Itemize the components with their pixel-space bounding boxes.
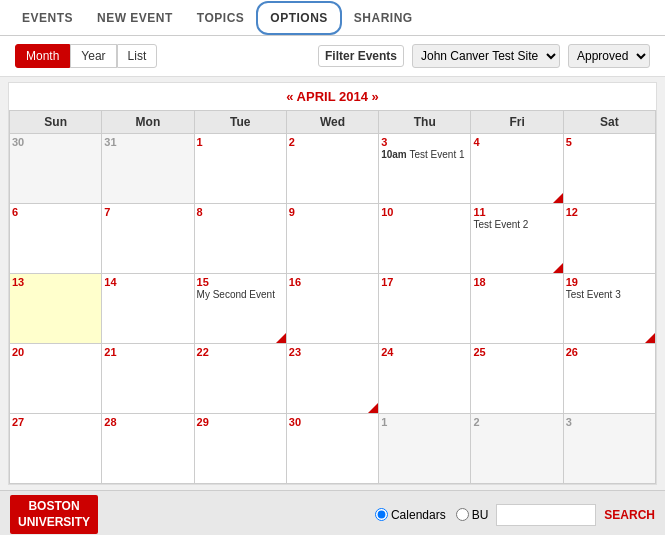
calendar-week-row: 131415My Second Event16171819Test Event … bbox=[10, 274, 656, 344]
calendar-day-cell[interactable]: 25 bbox=[471, 344, 563, 414]
calendar-header: « APRIL 2014 » bbox=[9, 83, 656, 110]
view-list-button[interactable]: List bbox=[117, 44, 158, 68]
calendar-day-cell[interactable]: 8 bbox=[194, 204, 286, 274]
event-item[interactable]: Test Event 2 bbox=[473, 218, 560, 231]
calendar-day-cell[interactable]: 310am Test Event 1 bbox=[379, 134, 471, 204]
nav-events[interactable]: EVENTS bbox=[10, 3, 85, 33]
radio-bu[interactable]: BU bbox=[456, 508, 489, 522]
calendar-day-cell[interactable]: 6 bbox=[10, 204, 102, 274]
day-number: 27 bbox=[12, 416, 99, 428]
day-number: 6 bbox=[12, 206, 99, 218]
calendar-day-cell[interactable]: 22 bbox=[194, 344, 286, 414]
day-number: 29 bbox=[197, 416, 284, 428]
radio-calendars-label: Calendars bbox=[391, 508, 446, 522]
calendar-day-cell[interactable]: 9 bbox=[286, 204, 378, 274]
calendar-day-cell[interactable]: 29 bbox=[194, 414, 286, 484]
day-number: 1 bbox=[381, 416, 468, 428]
day-number: 22 bbox=[197, 346, 284, 358]
calendar-week-row: 27282930123 bbox=[10, 414, 656, 484]
footer-search: Calendars BU SEARCH bbox=[375, 504, 655, 526]
day-number: 4 bbox=[473, 136, 560, 148]
view-month-button[interactable]: Month bbox=[15, 44, 70, 68]
radio-bu-input[interactable] bbox=[456, 508, 469, 521]
calendar-day-cell[interactable]: 16 bbox=[286, 274, 378, 344]
event-item[interactable]: Test Event 3 bbox=[566, 288, 653, 301]
calendar-day-cell[interactable]: 1 bbox=[379, 414, 471, 484]
day-number: 20 bbox=[12, 346, 99, 358]
calendar-day-cell[interactable]: 7 bbox=[102, 204, 194, 274]
day-number: 21 bbox=[104, 346, 191, 358]
event-item[interactable]: My Second Event bbox=[197, 288, 284, 301]
calendar-day-cell[interactable]: 26 bbox=[563, 344, 655, 414]
site-select[interactable]: John Canver Test Site bbox=[412, 44, 560, 68]
day-number: 23 bbox=[289, 346, 376, 358]
calendar-day-cell[interactable]: 18 bbox=[471, 274, 563, 344]
nav-options[interactable]: OPTIONS bbox=[256, 1, 342, 35]
calendar-day-cell[interactable]: 23 bbox=[286, 344, 378, 414]
day-number: 13 bbox=[12, 276, 99, 288]
calendar-day-cell[interactable]: 2 bbox=[286, 134, 378, 204]
day-number: 1 bbox=[197, 136, 284, 148]
calendar-day-cell[interactable]: 17 bbox=[379, 274, 471, 344]
next-month-arrow[interactable]: » bbox=[372, 89, 379, 104]
calendar-day-cell[interactable]: 19Test Event 3 bbox=[563, 274, 655, 344]
calendar-day-cell[interactable]: 3 bbox=[563, 414, 655, 484]
weekday-mon: Mon bbox=[102, 111, 194, 134]
day-number: 16 bbox=[289, 276, 376, 288]
calendar-container: « APRIL 2014 » Sun Mon Tue Wed Thu Fri S… bbox=[8, 82, 657, 485]
day-number: 24 bbox=[381, 346, 468, 358]
calendar-day-cell[interactable]: 24 bbox=[379, 344, 471, 414]
calendar-day-cell[interactable]: 27 bbox=[10, 414, 102, 484]
day-number: 3 bbox=[566, 416, 653, 428]
weekday-sat: Sat bbox=[563, 111, 655, 134]
calendar-grid: Sun Mon Tue Wed Thu Fri Sat 303112310am … bbox=[9, 110, 656, 484]
more-events-indicator bbox=[645, 333, 655, 343]
nav-topics[interactable]: TOPICS bbox=[185, 3, 256, 33]
day-number: 10 bbox=[381, 206, 468, 218]
calendar-day-cell[interactable]: 28 bbox=[102, 414, 194, 484]
weekday-tue: Tue bbox=[194, 111, 286, 134]
day-number: 26 bbox=[566, 346, 653, 358]
day-number: 2 bbox=[473, 416, 560, 428]
search-button[interactable]: SEARCH bbox=[604, 508, 655, 522]
prev-month-arrow[interactable]: « bbox=[286, 89, 293, 104]
radio-bu-label: BU bbox=[472, 508, 489, 522]
calendar-day-cell[interactable]: 20 bbox=[10, 344, 102, 414]
calendar-day-cell[interactable]: 15My Second Event bbox=[194, 274, 286, 344]
calendar-day-cell[interactable]: 30 bbox=[10, 134, 102, 204]
day-number: 8 bbox=[197, 206, 284, 218]
nav-sharing[interactable]: SHARING bbox=[342, 3, 425, 33]
day-number: 30 bbox=[12, 136, 99, 148]
radio-calendars-input[interactable] bbox=[375, 508, 388, 521]
calendar-day-cell[interactable]: 2 bbox=[471, 414, 563, 484]
day-number: 3 bbox=[381, 136, 468, 148]
radio-group: Calendars BU bbox=[375, 508, 488, 522]
calendar-day-cell[interactable]: 14 bbox=[102, 274, 194, 344]
search-input[interactable] bbox=[496, 504, 596, 526]
calendar-day-cell[interactable]: 21 bbox=[102, 344, 194, 414]
day-number: 7 bbox=[104, 206, 191, 218]
calendar-day-cell[interactable]: 1 bbox=[194, 134, 286, 204]
bu-logo-line2: UNIVERSITY bbox=[18, 515, 90, 531]
view-buttons: Month Year List bbox=[15, 44, 157, 68]
filter-area: Month Year List Filter Events John Canve… bbox=[0, 36, 665, 77]
calendar-day-cell[interactable]: 11Test Event 2 bbox=[471, 204, 563, 274]
radio-calendars[interactable]: Calendars bbox=[375, 508, 446, 522]
day-number: 9 bbox=[289, 206, 376, 218]
nav-new-event[interactable]: NEW EVENT bbox=[85, 3, 185, 33]
calendar-day-cell[interactable]: 31 bbox=[102, 134, 194, 204]
calendar-day-cell[interactable]: 5 bbox=[563, 134, 655, 204]
calendar-week-row: 67891011Test Event 212 bbox=[10, 204, 656, 274]
day-number: 15 bbox=[197, 276, 284, 288]
calendar-day-cell[interactable]: 10 bbox=[379, 204, 471, 274]
calendar-day-cell[interactable]: 12 bbox=[563, 204, 655, 274]
calendar-day-cell[interactable]: 30 bbox=[286, 414, 378, 484]
calendar-day-cell[interactable]: 13 bbox=[10, 274, 102, 344]
event-item[interactable]: 10am Test Event 1 bbox=[381, 148, 468, 161]
calendar-day-cell[interactable]: 4 bbox=[471, 134, 563, 204]
day-number: 12 bbox=[566, 206, 653, 218]
status-select[interactable]: Approved bbox=[568, 44, 650, 68]
filter-right: Filter Events John Canver Test Site Appr… bbox=[318, 44, 650, 68]
view-year-button[interactable]: Year bbox=[70, 44, 116, 68]
weekday-fri: Fri bbox=[471, 111, 563, 134]
